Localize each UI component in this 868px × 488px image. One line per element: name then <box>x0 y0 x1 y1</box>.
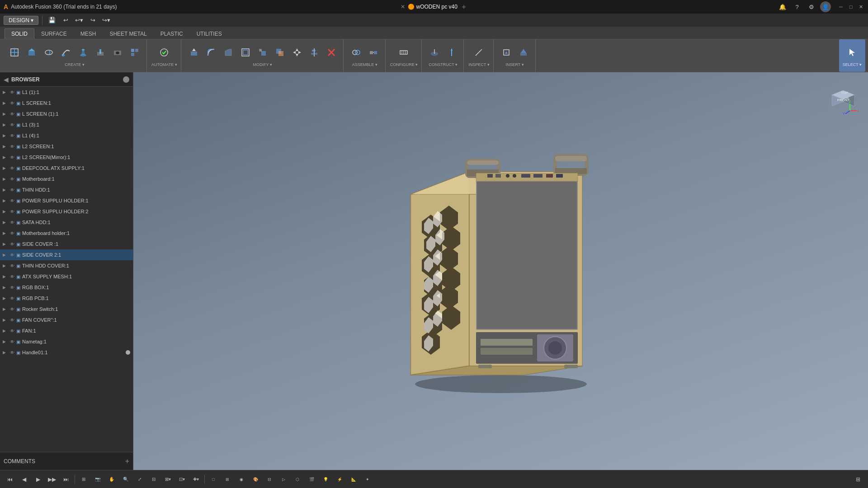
account-icon[interactable]: 👤 <box>820 1 831 12</box>
browser-item-12[interactable]: ▶ 👁 ▣ SATA HDD:1 <box>0 217 133 228</box>
hole-btn[interactable] <box>109 44 126 61</box>
visibility-icon[interactable]: 👁 <box>10 144 14 149</box>
align-btn[interactable] <box>306 44 322 61</box>
save-icon[interactable]: 💾 <box>46 15 58 26</box>
visibility-icon[interactable]: 👁 <box>10 296 14 301</box>
render-btn[interactable]: 💡 <box>319 473 332 486</box>
view-display-btn[interactable]: ⊟ <box>147 473 160 486</box>
simulation-btn[interactable]: ▷ <box>277 473 290 486</box>
visibility-icon[interactable]: 👁 <box>10 231 14 236</box>
automate-btn[interactable] <box>156 44 172 61</box>
undo-history-icon[interactable]: ↩▾ <box>73 15 85 26</box>
visibility-icon[interactable]: 👁 <box>10 242 14 247</box>
visibility-icon[interactable]: 👁 <box>10 198 14 203</box>
visibility-icon[interactable]: 👁 <box>10 318 14 323</box>
browser-settings-btn[interactable] <box>123 76 129 83</box>
browser-item-9[interactable]: ▶ 👁 ▣ THIN HDD:1 <box>0 184 133 195</box>
revolve-btn[interactable] <box>41 44 57 61</box>
new-component-btn[interactable] <box>6 44 23 61</box>
browser-item-16[interactable]: ▶ 👁 ▣ THIN HDD COVER:1 <box>0 260 133 271</box>
animation-btn[interactable]: 🎬 <box>305 473 318 486</box>
browser-back-btn[interactable]: ◀ <box>4 76 9 83</box>
visibility-icon[interactable]: 👁 <box>10 274 14 279</box>
axis-btn[interactable] <box>443 44 460 61</box>
visibility-icon[interactable]: 👁 <box>10 339 14 344</box>
visibility-icon[interactable]: 👁 <box>10 328 14 333</box>
tab-surface[interactable]: SURFACE <box>34 28 74 39</box>
grid-view-btn[interactable]: ⊞ <box>77 473 90 486</box>
move-copy-btn[interactable] <box>289 44 305 61</box>
nav-prev-btn[interactable]: ◀ <box>18 473 30 486</box>
browser-item-24[interactable]: ▶ 👁 ▣ Handle01:1 <box>0 347 133 358</box>
visibility-icon[interactable]: 👁 <box>10 90 14 95</box>
browser-item-5[interactable]: ▶ 👁 ▣ L2 SCREEN:1 <box>0 141 133 152</box>
minimize-btn[interactable]: ─ <box>837 3 844 10</box>
redo-icon[interactable]: ↪ <box>87 15 99 26</box>
visibility-icon[interactable]: 👁 <box>10 220 14 225</box>
insert-derive-btn[interactable] <box>498 44 514 61</box>
nav-last-btn[interactable]: ⏭ <box>60 473 72 486</box>
browser-item-7[interactable]: ▶ 👁 ▣ DEEPCOOL ATX SUPPLY:1 <box>0 163 133 174</box>
plane-btn[interactable] <box>426 44 443 61</box>
tab-mesh[interactable]: MESH <box>74 28 103 39</box>
browser-item-0[interactable]: ▶ 👁 ▣ L1 (1):1 <box>0 87 133 98</box>
visibility-icon[interactable]: 👁 <box>10 263 14 268</box>
browser-item-22[interactable]: ▶ 👁 ▣ FAN:1 <box>0 325 133 336</box>
scale-btn[interactable] <box>255 44 271 61</box>
visibility-icon[interactable]: 👁 <box>10 350 14 355</box>
press-pull-btn[interactable] <box>186 44 202 61</box>
visibility-icon[interactable]: 👁 <box>10 166 14 171</box>
notifications-icon[interactable]: 🔔 <box>777 1 788 12</box>
zoom-fit-btn[interactable]: ⤢ <box>133 473 146 486</box>
viewcube[interactable]: FRONT R TOP X Z Y <box>823 81 859 117</box>
tab-sheet-metal[interactable]: SHEET METAL <box>103 28 153 39</box>
nav-next-btn[interactable]: ▶▶ <box>46 473 58 486</box>
visibility-icon[interactable]: 👁 <box>10 112 14 117</box>
visibility-icon[interactable]: 👁 <box>10 133 14 138</box>
assembly-btn[interactable]: ⬡ <box>291 473 304 486</box>
more-create-btn[interactable] <box>127 44 143 61</box>
camera-btn[interactable]: 📷 <box>91 473 104 486</box>
select-btn[interactable] <box>844 44 860 61</box>
browser-item-13[interactable]: ▶ 👁 ▣ Motherboard holder:1 <box>0 228 133 239</box>
rib-btn[interactable] <box>92 44 108 61</box>
redo-history-icon[interactable]: ↪▾ <box>100 15 112 26</box>
display-settings-btn[interactable]: ⊠▾ <box>161 473 174 486</box>
help-icon[interactable]: ? <box>791 1 803 12</box>
new-tab-btn[interactable]: ＋ <box>460 2 467 12</box>
browser-item-15[interactable]: ▶ 👁 ▣ SIDE COVER 2:1 <box>0 249 133 260</box>
browser-item-2[interactable]: ▶ 👁 ▣ L SCREEN (1):1 <box>0 108 133 119</box>
browser-item-17[interactable]: ▶ 👁 ▣ ATX SUPPLY MESH:1 <box>0 271 133 282</box>
visibility-icon[interactable]: 👁 <box>10 188 14 192</box>
right-panel-toggle[interactable]: ⊞ <box>852 473 864 486</box>
grid-settings-btn[interactable]: ⊡▾ <box>175 473 188 486</box>
undo-icon[interactable]: ↩ <box>60 15 71 26</box>
snapping-btn[interactable]: ✚▾ <box>189 473 202 486</box>
tab-solid[interactable]: SOLID <box>5 28 34 39</box>
measure-btn[interactable] <box>471 44 487 61</box>
browser-item-23[interactable]: ▶ 👁 ▣ Nametag:1 <box>0 336 133 347</box>
browser-item-10[interactable]: ▶ 👁 ▣ POWER SUPPLU HOLDER:1 <box>0 195 133 206</box>
visibility-icon[interactable]: 👁 <box>10 253 14 258</box>
browser-item-14[interactable]: ▶ 👁 ▣ SIDE COVER :1 <box>0 239 133 249</box>
zoom-btn[interactable]: 🔍 <box>119 473 132 486</box>
material-btn[interactable]: ◉ <box>235 473 248 486</box>
as-built-joint-btn[interactable] <box>365 44 382 61</box>
close-btn[interactable]: ✕ <box>857 3 864 10</box>
section-analysis-btn[interactable]: ⊟ <box>263 473 276 486</box>
pan-btn[interactable]: ✋ <box>105 473 118 486</box>
pcb-btn[interactable]: ⚡ <box>333 473 346 486</box>
browser-item-6[interactable]: ▶ 👁 ▣ L2 SCREEN(Mirror):1 <box>0 152 133 163</box>
design-mode-button[interactable]: DESIGN ▾ <box>4 16 38 25</box>
browser-item-19[interactable]: ▶ 👁 ▣ RGB PCB:1 <box>0 293 133 304</box>
visibility-icon[interactable]: 👁 <box>10 122 14 127</box>
browser-item-20[interactable]: ▶ 👁 ▣ Rocker Switch:1 <box>0 304 133 314</box>
settings-icon[interactable]: ⚙ <box>806 1 817 12</box>
visibility-icon[interactable]: 👁 <box>10 209 14 214</box>
browser-item-21[interactable]: ▶ 👁 ▣ FAN COVER":1 <box>0 314 133 325</box>
joint-btn[interactable] <box>348 44 364 61</box>
browser-item-18[interactable]: ▶ 👁 ▣ RGB BOX:1 <box>0 282 133 293</box>
shell-btn[interactable] <box>237 44 254 61</box>
fillet-btn[interactable] <box>203 44 219 61</box>
drawing-btn[interactable]: 📐 <box>347 473 360 486</box>
